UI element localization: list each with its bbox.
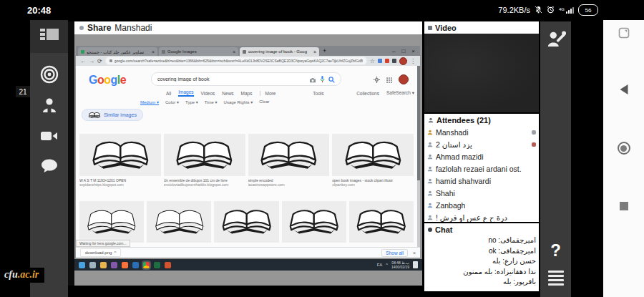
chat-button[interactable]: [30, 155, 68, 180]
image-result[interactable]: W A S T M 1193×1201 OPEN sepidanehtips.b…: [79, 134, 161, 187]
windows-start-icon[interactable]: [79, 262, 85, 268]
fullscreen-icon[interactable]: [618, 27, 630, 42]
search-query[interactable]: covering image of book: [157, 77, 306, 82]
attendee-row[interactable]: درة ح ع عس او فرش !: [424, 211, 539, 222]
attendee-row[interactable]: Zanbagh: [424, 199, 539, 211]
extension-icon[interactable]: [385, 59, 389, 63]
tools-button[interactable]: Tools: [313, 91, 323, 96]
new-tab-icon[interactable]: +: [323, 47, 326, 54]
open-book-image[interactable]: [164, 134, 245, 176]
word-icon[interactable]: [132, 262, 139, 268]
chevron-up-icon[interactable]: ^: [114, 250, 116, 255]
tab-close-icon[interactable]: ×: [313, 49, 316, 54]
video-button[interactable]: [30, 125, 68, 150]
image-result[interactable]: [214, 201, 278, 243]
excel-icon[interactable]: [154, 262, 160, 268]
browser-tab[interactable]: Google Images ×: [159, 47, 238, 56]
raise-hand-icon[interactable]: [546, 29, 566, 50]
minimize-icon[interactable]: –: [392, 48, 395, 54]
extension-icon[interactable]: [378, 59, 382, 63]
open-book-image[interactable]: [248, 134, 330, 176]
forward-icon[interactable]: →: [89, 58, 94, 64]
scrollbar-thumb[interactable]: [417, 66, 420, 180]
attendee-row[interactable]: hamid shahvardi: [424, 175, 539, 187]
filter-chip[interactable]: Type ▾: [185, 99, 198, 105]
attendees-button[interactable]: [30, 93, 68, 120]
browser-tab[interactable]: تصاویر عکس جلد کتاب - جستجو ×: [78, 47, 157, 56]
collections-button[interactable]: Collections: [356, 91, 379, 96]
apps-grid-icon[interactable]: [386, 73, 392, 86]
similar-images-chip[interactable]: Similar images: [82, 109, 143, 121]
filter-chip[interactable]: Usage Rights ▾: [224, 99, 253, 105]
attendee-row[interactable]: Manshadi: [424, 126, 539, 138]
attendee-row[interactable]: یزد استان 2: [424, 138, 539, 150]
address-bar[interactable]: google.com/search?safe=active&hl=en&biw=…: [105, 57, 367, 65]
result-tab[interactable]: More: [260, 91, 276, 96]
result-tab[interactable]: News: [222, 91, 233, 96]
back-triangle-icon[interactable]: [620, 84, 628, 94]
record-dot-icon[interactable]: [618, 142, 630, 155]
stop-square-icon[interactable]: [620, 202, 628, 210]
google-logo[interactable]: Google: [89, 74, 126, 87]
back-icon[interactable]: ←: [80, 58, 86, 64]
account-avatar[interactable]: [399, 74, 409, 84]
filter-chip[interactable]: Clear: [259, 99, 269, 105]
image-result[interactable]: Un ensemble de dibujos 101 cm de livre e…: [164, 134, 245, 187]
pod-options-icon[interactable]: [79, 26, 84, 30]
maximize-icon[interactable]: □: [401, 48, 405, 54]
image-result[interactable]: open book images - stock clipart illustr…: [332, 134, 414, 187]
tab-close-icon[interactable]: ×: [233, 49, 235, 54]
notification-center-icon[interactable]: [413, 261, 418, 268]
filter-chip[interactable]: Time ▾: [205, 99, 218, 105]
extension-icon[interactable]: [392, 59, 396, 63]
image-result[interactable]: simple encoded lacasinosappstore.com: [248, 134, 330, 187]
open-book-image[interactable]: [79, 134, 161, 176]
close-shelf-icon[interactable]: ×: [413, 250, 416, 255]
file-explorer-icon[interactable]: [100, 262, 107, 268]
chrome-icon[interactable]: [143, 262, 150, 268]
attendee-row[interactable]: Ahmad mazidi: [424, 150, 539, 162]
settings-gear-icon[interactable]: [374, 73, 380, 86]
pod-options-icon[interactable]: [428, 26, 432, 30]
layouts-button[interactable]: [30, 20, 68, 53]
tray-chevron-icon[interactable]: ^: [386, 263, 388, 267]
close-window-icon[interactable]: ×: [411, 48, 415, 54]
browser-tab-strip: تصاویر عکس جلد کتاب - جستجو × Google Ima…: [76, 46, 420, 56]
browser-menu-icon[interactable]: ⋮: [410, 58, 416, 64]
reload-icon[interactable]: ⟳: [97, 58, 102, 64]
profile-avatar[interactable]: [399, 57, 407, 65]
search-box[interactable]: covering image of book: [151, 72, 341, 86]
page-scrollbar[interactable]: [417, 66, 420, 247]
safesearch-dropdown[interactable]: SafeSearch ▾: [386, 90, 414, 96]
media-player-icon[interactable]: [111, 262, 117, 268]
bookmark-star-icon[interactable]: ☆: [370, 58, 375, 64]
firefox-icon[interactable]: [122, 262, 128, 268]
tab-close-icon[interactable]: ×: [152, 49, 155, 54]
open-book-image[interactable]: [332, 134, 414, 176]
filter-chip[interactable]: Medium ▾: [140, 99, 159, 105]
result-tab[interactable]: Videos: [201, 91, 215, 96]
search-magnifier-icon[interactable]: [328, 73, 335, 86]
record-button[interactable]: [30, 63, 68, 89]
result-tab[interactable]: Images: [178, 89, 193, 97]
image-result[interactable]: [349, 201, 414, 243]
browser-tab[interactable]: covering image of book - Goog ×: [240, 47, 319, 56]
powerpoint-icon[interactable]: [165, 262, 171, 268]
search-icon[interactable]: [89, 262, 96, 268]
language-indicator[interactable]: FA: [377, 263, 382, 267]
attendee-row[interactable]: fazlolah rezaei ardani ost.: [424, 162, 539, 175]
camera-search-icon[interactable]: [309, 73, 316, 86]
image-result[interactable]: [147, 201, 211, 243]
tray-clock[interactable]: 08:48 ب.ظ 1400/02/19: [391, 261, 409, 269]
attendee-row[interactable]: Shahi: [424, 187, 539, 199]
show-all-downloads-button[interactable]: Show all: [381, 249, 408, 257]
voice-search-icon[interactable]: [320, 73, 325, 86]
filter-chip[interactable]: Color ▾: [165, 99, 179, 105]
downloaded-file-chip[interactable]: download.png ^: [80, 248, 121, 257]
image-result[interactable]: [282, 201, 346, 243]
result-tab[interactable]: All: [166, 91, 171, 96]
menu-icon[interactable]: [548, 271, 564, 286]
result-tab[interactable]: Maps: [241, 91, 253, 96]
help-button[interactable]: ?: [550, 242, 561, 259]
image-result[interactable]: [79, 201, 144, 243]
